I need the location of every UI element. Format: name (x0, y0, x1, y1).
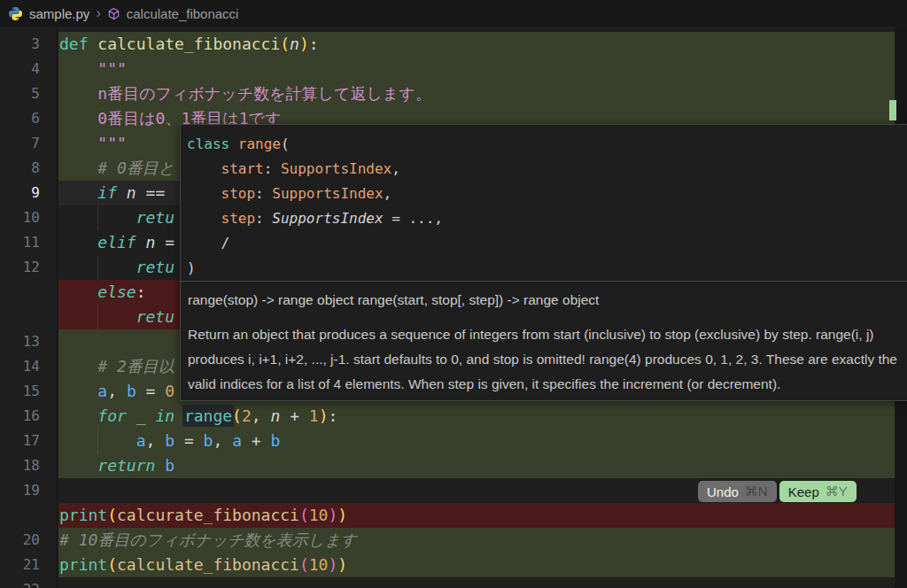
line-number[interactable]: 3 (0, 32, 40, 57)
code-token: ) (337, 506, 347, 524)
undo-shortcut: ⌘N (745, 484, 768, 499)
python-file-icon (8, 6, 23, 21)
code-text: # 10番目のフィボナッチ数を表示します (59, 528, 357, 553)
code-token: class (187, 135, 238, 152)
keep-button[interactable]: Keep ⌘Y (779, 481, 857, 502)
code-token: print (59, 506, 107, 524)
code-line[interactable]: 22 (0, 577, 907, 588)
code-text: n番目のフィボナッチ数を計算して返します。 (59, 81, 431, 106)
gutter-separator (56, 27, 58, 588)
code-line[interactable]: 4 """ (0, 57, 907, 81)
code-token: , (391, 160, 400, 177)
code-token: , (107, 382, 127, 400)
code-token: b (165, 431, 174, 450)
undo-label: Undo (707, 484, 739, 499)
code-token: ) (187, 259, 196, 276)
code-token: # 2番目以 (59, 357, 174, 375)
code-token: : (309, 35, 319, 53)
diff-actions: Undo ⌘N Keep ⌘Y (698, 481, 857, 502)
code-token: elif (59, 233, 146, 251)
code-token: range (238, 135, 281, 152)
line-number[interactable]: 5 (0, 81, 40, 106)
code-token (146, 406, 156, 425)
code-token: : (255, 210, 272, 227)
code-line[interactable]: 20# 10番目のフィボナッチ数を表示します (0, 528, 907, 553)
overview-ruler-added-indicator[interactable] (889, 100, 896, 120)
code-token: # 10番目のフィボナッチ数を表示します (59, 530, 357, 549)
line-number[interactable]: 19 (0, 478, 40, 503)
line-number[interactable]: 4 (0, 57, 40, 81)
code-token: a (59, 382, 107, 400)
code-line[interactable]: 16 for _ in range(2, n + 1): (0, 404, 907, 429)
line-number[interactable]: 13 (0, 329, 40, 354)
code-token: in (155, 406, 184, 425)
line-number[interactable]: 18 (0, 453, 40, 478)
code-token: range (184, 406, 232, 425)
line-number[interactable]: 9 (0, 181, 40, 205)
code-token: """ (59, 134, 127, 152)
code-token: = (174, 431, 204, 450)
breadcrumb: sample.py › calculate_fibonacci (0, 0, 907, 27)
hover-doc-header: range(stop) -> range object range(start,… (181, 282, 907, 313)
line-number[interactable]: 12 (0, 255, 40, 280)
code-token: + (242, 431, 271, 450)
code-token: ( (280, 35, 290, 53)
line-number[interactable]: 21 (0, 553, 40, 577)
code-line[interactable]: 17 a, b = b, a + b (0, 429, 907, 453)
code-line[interactable]: 18 return b (0, 453, 907, 478)
code-line[interactable]: 5 n番目のフィボナッチ数を計算して返します。 (0, 81, 907, 106)
code-token: calcurate_fibonacci (117, 506, 299, 524)
code-token: ( (299, 555, 309, 574)
breadcrumb-symbol[interactable]: calculate_fibonacci (127, 6, 239, 21)
code-line[interactable]: 3def calculate_fibonacci(n): (0, 32, 907, 57)
line-number[interactable]: 17 (0, 429, 40, 453)
line-number[interactable]: 10 (0, 205, 40, 230)
code-token: , (384, 185, 392, 202)
code-token: ) (337, 555, 347, 574)
line-number[interactable]: 15 (0, 379, 40, 404)
code-token: b (270, 431, 280, 450)
code-text: retu (59, 305, 174, 329)
line-number[interactable]: 8 (0, 156, 40, 181)
breadcrumb-file[interactable]: sample.py (29, 6, 89, 21)
code-token: SupportsIndex (272, 185, 383, 202)
code-token: : (136, 282, 146, 301)
code-token: b (165, 456, 174, 475)
line-number[interactable]: 20 (0, 528, 40, 553)
hover-signature-line: class range( (187, 132, 907, 157)
keep-shortcut: ⌘Y (826, 484, 848, 499)
code-text: # 2番目以 (59, 354, 174, 379)
hover-doc-line: Return an object that produces a sequenc… (188, 322, 907, 347)
code-token: / (187, 235, 229, 251)
code-text: retu (59, 205, 174, 230)
breadcrumb-separator: › (96, 6, 100, 20)
code-text: """ (59, 57, 127, 81)
code-line[interactable]: print(calcurate_fibonacci(10)) (0, 503, 907, 528)
code-token: : (255, 185, 272, 202)
diff-added-background (58, 57, 895, 81)
line-number[interactable]: 14 (0, 354, 40, 379)
code-token: = (136, 382, 166, 400)
line-number[interactable]: 7 (0, 131, 40, 156)
code-token: retu (59, 208, 174, 227)
code-token: ( (299, 506, 309, 524)
code-token: stop (187, 185, 255, 202)
code-token: _ (136, 406, 146, 425)
undo-button[interactable]: Undo ⌘N (698, 481, 777, 502)
code-text: def calculate_fibonacci(n): (59, 32, 319, 57)
line-number[interactable]: 16 (0, 404, 40, 429)
code-token: ) (328, 555, 337, 574)
code-token: b (204, 431, 213, 450)
code-text: print(calculate_fibonacci(10)) (59, 553, 347, 577)
line-number[interactable]: 22 (0, 577, 40, 588)
code-token: for (59, 406, 136, 425)
code-token: = (155, 233, 174, 251)
code-token: SupportsIndex (281, 160, 391, 177)
code-line[interactable]: 21print(calculate_fibonacci(10)) (0, 553, 907, 577)
code-token: SupportsIndex (272, 210, 383, 227)
line-number[interactable]: 11 (0, 230, 40, 255)
code-text: if n == (59, 181, 165, 205)
code-token: 10 (309, 506, 329, 524)
code-token: """ (59, 59, 127, 78)
line-number[interactable]: 6 (0, 106, 40, 131)
